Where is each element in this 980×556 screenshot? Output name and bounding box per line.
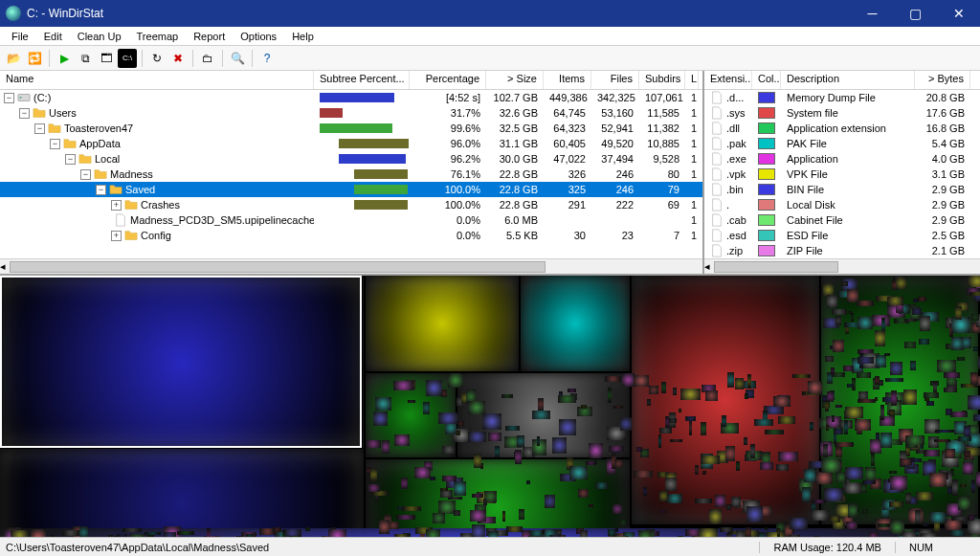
treemap-block[interactable] (515, 450, 523, 464)
col--size[interactable]: > Size (486, 71, 544, 89)
treemap-block[interactable] (373, 411, 387, 426)
treemap-block[interactable] (402, 506, 421, 511)
ext-row[interactable]: .Local Disk2.9 GB (704, 197, 980, 212)
treemap-block[interactable] (968, 519, 980, 535)
treemap-block[interactable] (858, 357, 875, 364)
treemap-block[interactable] (776, 464, 789, 470)
treemap-block[interactable] (937, 360, 956, 372)
treemap-block[interactable] (858, 317, 873, 328)
treemap-block[interactable] (745, 393, 747, 399)
treemap-block[interactable] (528, 536, 540, 537)
treemap-block[interactable] (725, 446, 734, 461)
treemap-block[interactable] (482, 413, 501, 429)
help-icon[interactable]: ? (257, 49, 277, 68)
close-button[interactable]: ✕ (937, 0, 980, 27)
treemap-block[interactable] (848, 503, 858, 518)
treemap-block[interactable] (790, 518, 808, 529)
treemap-block[interactable] (722, 415, 726, 427)
treemap-block[interactable] (207, 528, 211, 537)
treemap-block[interactable] (890, 521, 903, 533)
empty-icon[interactable]: 🗀 (198, 49, 217, 68)
treemap-view[interactable] (0, 276, 980, 537)
tree-hscroll[interactable]: ◂ (0, 258, 702, 274)
treemap-block[interactable] (366, 276, 519, 371)
treemap-block[interactable] (538, 398, 544, 410)
treemap-block[interactable] (889, 501, 904, 507)
treemap-block[interactable] (736, 461, 740, 471)
treemap-block[interactable] (857, 300, 875, 306)
treemap-block[interactable] (971, 314, 979, 321)
treemap-block[interactable] (773, 396, 791, 407)
tree-row[interactable]: −Madness76.1%22.8 GB326246801 (0, 167, 702, 182)
treemap-block[interactable] (433, 513, 444, 523)
treemap-block[interactable] (777, 528, 780, 537)
col-files[interactable]: Files (591, 71, 639, 89)
treemap-block[interactable] (726, 504, 731, 510)
treemap-block[interactable] (147, 535, 154, 537)
treemap-block[interactable] (442, 476, 457, 481)
treemap-block[interactable] (849, 311, 852, 314)
menu-file[interactable]: File (4, 29, 36, 44)
treemap-block[interactable] (678, 536, 682, 537)
treemap-block[interactable] (875, 376, 880, 385)
treemap-block[interactable] (526, 480, 530, 485)
menu-help[interactable]: Help (284, 29, 322, 44)
treemap-block[interactable] (505, 426, 519, 431)
treemap-block[interactable] (902, 531, 916, 537)
minimize-button[interactable]: ─ (851, 0, 894, 27)
treemap-block[interactable] (944, 388, 957, 393)
treemap-block[interactable] (595, 482, 608, 489)
treemap-block[interactable] (426, 529, 440, 537)
treemap-block[interactable] (658, 434, 661, 448)
menu-edit[interactable]: Edit (36, 29, 70, 44)
treemap-block[interactable] (470, 510, 486, 522)
treemap-block[interactable] (876, 355, 886, 367)
tree-row[interactable]: −Users31.7%32.6 GB64,74553,16011,5851 (0, 105, 702, 121)
treemap-block[interactable] (393, 381, 412, 390)
ext-row[interactable]: .esdESD File2.5 GB (704, 228, 980, 243)
treemap-block[interactable] (813, 500, 826, 503)
ext-row[interactable]: .pakPAK File5.4 GB (704, 136, 980, 151)
treemap-block[interactable] (826, 425, 829, 432)
ext-col--bytes[interactable]: > Bytes (915, 71, 970, 89)
treemap-block[interactable] (273, 527, 281, 532)
col-subdirs[interactable]: Subdirs (639, 71, 685, 89)
treemap-block[interactable] (830, 516, 839, 522)
treemap-block[interactable] (545, 495, 555, 508)
treemap-block[interactable] (129, 534, 145, 537)
explorer-icon[interactable]: 🗔 (97, 49, 116, 68)
treemap-block[interactable] (855, 419, 870, 432)
treemap-block[interactable] (370, 468, 377, 481)
treemap-block[interactable] (647, 399, 652, 406)
treemap-block[interactable] (835, 442, 854, 447)
treemap-block[interactable] (495, 446, 501, 457)
ext-col-col-[interactable]: Col... (752, 71, 781, 89)
treemap-block[interactable] (958, 497, 970, 510)
treemap-block[interactable] (454, 481, 466, 495)
treemap-block[interactable] (701, 422, 706, 435)
treemap-block[interactable] (935, 430, 954, 433)
treemap-block[interactable] (765, 527, 768, 530)
treemap-block[interactable] (580, 530, 588, 537)
treemap-block[interactable] (246, 534, 254, 537)
treemap-block[interactable] (488, 433, 501, 441)
treemap-block[interactable] (889, 471, 897, 475)
treemap-block[interactable] (890, 362, 902, 375)
treemap-block[interactable] (968, 395, 980, 410)
treemap-block[interactable] (915, 510, 920, 524)
treemap-block[interactable] (923, 523, 928, 526)
treemap-block[interactable] (537, 436, 540, 445)
treemap-block[interactable] (438, 412, 458, 424)
treemap-block[interactable] (484, 491, 496, 502)
treemap-block[interactable] (835, 316, 842, 325)
treemap-block[interactable] (744, 437, 747, 444)
tree-row[interactable]: +Config0.0%5.5 KB302371 (0, 228, 702, 243)
treemap-block[interactable] (880, 433, 892, 448)
treemap-block[interactable] (702, 471, 706, 475)
treemap-block[interactable] (747, 374, 751, 389)
treemap-block[interactable] (62, 530, 79, 536)
ext-col-description[interactable]: Description (781, 71, 915, 89)
treemap-block[interactable] (945, 449, 955, 458)
treemap-block[interactable] (695, 499, 712, 503)
treemap-block[interactable] (289, 536, 301, 537)
